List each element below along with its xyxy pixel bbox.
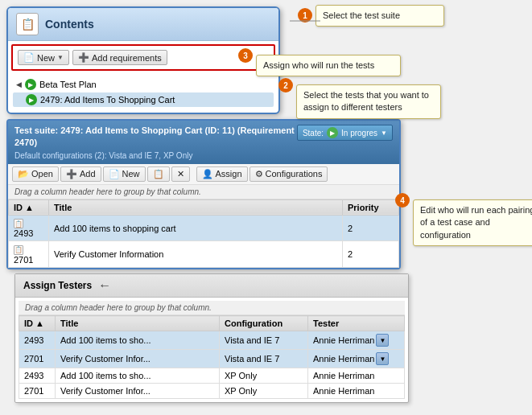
ts-cell-priority: 2 xyxy=(343,215,399,241)
delete-button[interactable]: ✕ xyxy=(171,166,190,182)
callout-4: Edit who will run each pairing of a test… xyxy=(413,199,532,246)
tester-name: Annie Herriman xyxy=(313,335,374,345)
assign-col-id[interactable]: ID ▲ xyxy=(19,316,56,331)
assign-button[interactable]: 👤 Assign xyxy=(196,166,248,182)
delete-icon: ✕ xyxy=(177,169,184,179)
copy-icon: 📋 xyxy=(153,169,164,179)
callout-number-4: 4 xyxy=(395,193,410,208)
at-cell-tester[interactable]: Annie Herriman ▼ xyxy=(308,350,405,368)
at-cell-id: 2493 xyxy=(19,331,56,350)
assign-col-title[interactable]: Title xyxy=(56,316,220,331)
testsuite-table: ID ▲ Title Priority 📋2493 Add 100 items … xyxy=(8,199,399,268)
contents-header: 📋 Contents xyxy=(8,8,278,41)
assign-col-config[interactable]: Configuration xyxy=(220,316,308,331)
assign-sort-icon: ▲ xyxy=(35,318,44,328)
state-play-icon: ▶ xyxy=(327,127,338,138)
ts-cell-title: Verify Customer Information xyxy=(49,241,343,268)
ts-cell-priority: 2 xyxy=(343,241,399,268)
callout-1-line xyxy=(282,13,322,29)
at-cell-title: Add 100 items to sho... xyxy=(56,368,220,384)
play-child-icon: ▶ xyxy=(26,94,37,105)
config-icon: ⚙ xyxy=(255,169,263,179)
dropdown-arrow-icon[interactable]: ▼ xyxy=(57,54,64,61)
row-icon: 📋 xyxy=(14,245,23,255)
at-cell-tester: Annie Herriman xyxy=(308,384,405,399)
configurations-button[interactable]: ⚙ Configurations xyxy=(250,166,328,182)
play-icon: ▶ xyxy=(25,79,36,90)
callout-2: Select the tests that you want to assign… xyxy=(296,84,441,119)
callout-3: Assign who will run the tests xyxy=(256,55,401,76)
contents-panel: 📋 Contents 📄 New ▼ ➕ Add requirements ◀ … xyxy=(6,6,280,114)
testsuite-row[interactable]: 📋2701 Verify Customer Information 2 xyxy=(9,241,399,268)
at-cell-title: Verify Customer Infor... xyxy=(56,350,220,368)
tree-beta-plan[interactable]: ◀ ▶ Beta Test Plan xyxy=(13,77,274,92)
add-req-icon: ➕ xyxy=(78,52,89,63)
open-button[interactable]: 📂 Open xyxy=(12,166,59,182)
at-cell-config: Vista and IE 7 xyxy=(220,331,308,350)
testsuite-panel: Test suite: 2479: Add Items to Shopping … xyxy=(6,119,401,269)
new-test-icon: 📄 xyxy=(109,169,120,179)
tester-name: Annie Herriman xyxy=(313,371,374,380)
assign-row[interactable]: 2701 Verify Customer Infor... Vista and … xyxy=(19,350,405,368)
tree-collapse-icon: ◀ xyxy=(16,80,22,88)
drag-hint-assign: Drag a column header here to group by th… xyxy=(19,301,405,315)
contents-tree: ◀ ▶ Beta Test Plan ▶ 2479: Add Items To … xyxy=(8,74,278,113)
tester-name: Annie Herriman xyxy=(313,354,374,364)
at-cell-tester: Annie Herriman xyxy=(308,368,405,384)
assign-title: Assign Testers xyxy=(23,280,92,291)
new-button[interactable]: 📄 New ▼ xyxy=(18,50,69,65)
assign-row[interactable]: 2493 Add 100 items to sho... Vista and I… xyxy=(19,331,405,350)
drag-hint-testsuite: Drag a column header here to group by th… xyxy=(8,185,399,199)
testsuite-toolbar: 📂 Open ➕ Add 📄 New 📋 ✕ 👤 Assign ⚙ Config… xyxy=(8,164,399,185)
assign-row[interactable]: 2493 Add 100 items to sho... XP Only Ann… xyxy=(19,368,405,384)
contents-icon: 📋 xyxy=(16,13,39,35)
state-dropdown-icon[interactable]: ▼ xyxy=(381,129,387,137)
contents-toolbar: 📄 New ▼ ➕ Add requirements xyxy=(11,44,275,71)
callout-1: Select the test suite xyxy=(315,5,444,27)
at-cell-tester[interactable]: Annie Herriman ▼ xyxy=(308,331,405,350)
contents-title: Contents xyxy=(45,18,94,31)
at-cell-id: 2701 xyxy=(19,350,56,368)
state-label: State: xyxy=(303,129,324,138)
new-icon: 📄 xyxy=(23,52,35,63)
add-button[interactable]: ➕ Add xyxy=(60,166,101,182)
row-icon: 📋 xyxy=(14,219,23,228)
testsuite-title-block: Test suite: 2479: Add Items to Shopping … xyxy=(14,125,297,160)
tester-select[interactable]: Annie Herriman ▼ xyxy=(313,334,399,347)
assign-icon: 👤 xyxy=(202,169,213,179)
col-title-header[interactable]: Title xyxy=(49,199,343,215)
assign-row[interactable]: 2701 Verify Customer Infor... XP Only An… xyxy=(19,384,405,399)
col-priority-header[interactable]: Priority xyxy=(343,199,399,215)
testsuite-row[interactable]: 📋2493 Add 100 items to shopping cart 2 xyxy=(9,215,399,241)
at-cell-title: Verify Customer Infor... xyxy=(56,384,220,399)
tester-dropdown-btn[interactable]: ▼ xyxy=(376,352,389,365)
state-value: In progres xyxy=(341,129,377,138)
tester-select[interactable]: Annie Herriman ▼ xyxy=(313,352,399,365)
state-badge: State: ▶ In progres ▼ xyxy=(297,125,393,141)
copy-button[interactable]: 📋 xyxy=(147,166,170,182)
testsuite-subtitle: Default configurations (2): Vista and IE… xyxy=(14,151,297,160)
tree-test-item[interactable]: ▶ 2479: Add Items To Shopping Cart xyxy=(13,92,274,107)
at-cell-title: Add 100 items to sho... xyxy=(56,331,220,350)
add-requirements-button[interactable]: ➕ Add requirements xyxy=(72,50,167,65)
col-id-header[interactable]: ID ▲ xyxy=(9,199,49,215)
at-cell-id: 2701 xyxy=(19,384,56,399)
at-cell-config: Vista and IE 7 xyxy=(220,350,308,368)
sort-asc-icon: ▲ xyxy=(25,203,34,212)
callout-number-2: 2 xyxy=(278,78,293,92)
assign-content: Drag a column header here to group by th… xyxy=(15,298,408,402)
state-area: State: ▶ In progres ▼ xyxy=(297,125,393,141)
tester-name: Annie Herriman xyxy=(313,386,374,396)
new-test-button[interactable]: 📄 New xyxy=(103,166,146,182)
testsuite-title: Test suite: 2479: Add Items to Shopping … xyxy=(14,125,297,150)
assign-testers-table: ID ▲ Title Configuration Tester 2493 Add… xyxy=(19,315,405,399)
ts-cell-id: 📋2701 xyxy=(9,241,49,268)
ts-cell-id: 📋2493 xyxy=(9,215,49,241)
testsuite-header: Test suite: 2479: Add Items to Shopping … xyxy=(8,121,399,164)
at-cell-config: XP Only xyxy=(220,384,308,399)
ts-cell-title: Add 100 items to shopping cart xyxy=(49,215,343,241)
at-cell-config: XP Only xyxy=(220,368,308,384)
assign-col-tester[interactable]: Tester xyxy=(308,316,405,331)
tester-dropdown-btn[interactable]: ▼ xyxy=(376,334,389,347)
assign-arrow-icon: ← xyxy=(98,278,111,293)
